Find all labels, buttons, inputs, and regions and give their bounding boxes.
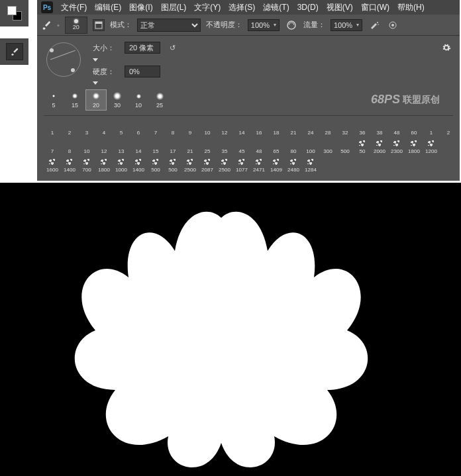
- brush-preset-4[interactable]: 4: [95, 119, 113, 137]
- brush-panel-toggle[interactable]: [93, 19, 105, 31]
- reset-size-icon[interactable]: ↺: [166, 41, 179, 54]
- brush-preset-1409[interactable]: 1409: [268, 156, 285, 174]
- menu-window[interactable]: 窗口(W): [361, 2, 389, 13]
- brush-preset-14[interactable]: 14: [233, 119, 250, 137]
- recent-brush-25[interactable]: 25: [150, 90, 170, 110]
- foreground-background-swatch[interactable]: [0, 0, 28, 26]
- brush-preset-18[interactable]: 18: [268, 119, 285, 137]
- airbrush-toggle[interactable]: [368, 19, 381, 32]
- brush-preset-1284[interactable]: 1284: [302, 156, 319, 174]
- recent-brush-20[interactable]: 20: [86, 90, 106, 110]
- brush-preset-10[interactable]: 10: [199, 119, 216, 137]
- blend-mode-select[interactable]: 正常: [137, 19, 201, 32]
- brush-preset-36[interactable]: 36: [354, 119, 371, 137]
- brush-preset-65[interactable]: 65: [268, 137, 285, 156]
- brush-preset-16[interactable]: 16: [250, 119, 268, 137]
- menu-type[interactable]: 文字(Y): [194, 2, 221, 13]
- brush-preset-grid: 1234567891012141618212428323638486012781…: [44, 119, 453, 174]
- recent-brush-10[interactable]: 10: [128, 90, 148, 110]
- brush-preset-500[interactable]: 500: [336, 137, 354, 156]
- brush-preset-5[interactable]: 5: [113, 119, 130, 137]
- brush-preset-28[interactable]: 28: [319, 119, 336, 137]
- brush-preset-48[interactable]: 48: [250, 137, 268, 156]
- brush-preset-700[interactable]: 700: [78, 156, 95, 174]
- brush-preset-2000[interactable]: 2000: [371, 137, 388, 156]
- brush-preset-35[interactable]: 35: [216, 137, 233, 156]
- size-field[interactable]: 20 像素: [125, 42, 160, 54]
- pressure-opacity-icon[interactable]: [285, 19, 298, 32]
- recent-brush-30[interactable]: 30: [107, 90, 127, 110]
- brush-preset-2471[interactable]: 2471: [250, 156, 268, 174]
- brush-preset-10[interactable]: 10: [78, 137, 95, 156]
- menu-file[interactable]: 文件(F): [61, 2, 87, 13]
- brush-preset-1400[interactable]: 1400: [130, 156, 147, 174]
- size-slider-handle[interactable]: [93, 58, 98, 62]
- flow-field[interactable]: 100%▾: [331, 19, 362, 31]
- brush-preset-2087[interactable]: 2087: [199, 156, 216, 174]
- brush-preset-2[interactable]: 2: [61, 119, 78, 137]
- brush-preset-500[interactable]: 500: [164, 156, 181, 174]
- brush-preset-picker[interactable]: 20: [65, 17, 87, 34]
- brush-preset-2300[interactable]: 2300: [388, 137, 405, 156]
- brush-angle-control[interactable]: [46, 42, 81, 77]
- brush-preset-8[interactable]: 8: [61, 137, 78, 156]
- menu-layer[interactable]: 图层(L): [161, 2, 187, 13]
- brush-preset-7[interactable]: 7: [44, 137, 61, 156]
- brush-preset-2500[interactable]: 2500: [216, 156, 233, 174]
- brush-preset-13[interactable]: 13: [113, 137, 130, 156]
- brush-preset-45[interactable]: 45: [233, 137, 250, 156]
- brush-preset-7[interactable]: 7: [147, 119, 164, 137]
- brush-preset-21[interactable]: 21: [181, 137, 199, 156]
- brush-preset-15[interactable]: 15: [147, 137, 164, 156]
- recent-brush-5[interactable]: 5: [44, 90, 64, 110]
- brush-preset-500[interactable]: 500: [147, 156, 164, 174]
- document-canvas[interactable]: [0, 183, 461, 476]
- menu-image[interactable]: 图像(I): [129, 2, 152, 13]
- brush-preset-9[interactable]: 9: [181, 119, 199, 137]
- brush-preset-100[interactable]: 100: [302, 137, 319, 156]
- pressure-size-icon[interactable]: [386, 19, 399, 32]
- hardness-field[interactable]: 0%: [125, 66, 160, 77]
- brush-preset-1[interactable]: 1: [423, 119, 440, 137]
- brush-preset-24[interactable]: 24: [302, 119, 319, 137]
- brush-preset-12[interactable]: 12: [216, 119, 233, 137]
- brush-preset-48[interactable]: 48: [388, 119, 405, 137]
- brush-preset-2480[interactable]: 2480: [285, 156, 302, 174]
- brush-preset-1077[interactable]: 1077: [233, 156, 250, 174]
- brush-preset-1600[interactable]: 1600: [44, 156, 61, 174]
- brush-tool-button[interactable]: [6, 43, 23, 60]
- brush-preset-38[interactable]: 38: [371, 119, 388, 137]
- brush-preset-25[interactable]: 25: [199, 137, 216, 156]
- foreground-color-swatch[interactable]: [7, 6, 17, 15]
- brush-preset-12[interactable]: 12: [95, 137, 113, 156]
- menu-select[interactable]: 选择(S): [229, 2, 255, 13]
- menu-edit[interactable]: 编辑(E): [95, 2, 121, 13]
- recent-brush-15[interactable]: 15: [65, 90, 85, 110]
- opacity-field[interactable]: 100%▾: [248, 19, 280, 31]
- brush-preset-1200[interactable]: 1200: [423, 137, 440, 156]
- brush-preset-2[interactable]: 2: [440, 119, 457, 137]
- brush-preset-1[interactable]: 1: [44, 119, 61, 137]
- brush-settings-gear[interactable]: [440, 41, 453, 54]
- brush-preset-1000[interactable]: 1000: [113, 156, 130, 174]
- brush-preset-1400[interactable]: 1400: [61, 156, 78, 174]
- brush-preset-300[interactable]: 300: [319, 137, 336, 156]
- menu-3d[interactable]: 3D(D): [297, 3, 319, 12]
- brush-preset-17[interactable]: 17: [164, 137, 181, 156]
- brush-preset-6[interactable]: 6: [130, 119, 147, 137]
- brush-preset-2500[interactable]: 2500: [181, 156, 199, 174]
- menu-help[interactable]: 帮助(H): [397, 2, 425, 13]
- hardness-slider-handle[interactable]: [93, 81, 98, 85]
- brush-preset-8[interactable]: 8: [164, 119, 181, 137]
- menu-view[interactable]: 视图(V): [327, 2, 353, 13]
- brush-preset-21[interactable]: 21: [285, 119, 302, 137]
- brush-preset-32[interactable]: 32: [336, 119, 354, 137]
- menu-filter[interactable]: 滤镜(T): [263, 2, 289, 13]
- brush-preset-3[interactable]: 3: [78, 119, 95, 137]
- brush-preset-60[interactable]: 60: [405, 119, 423, 137]
- brush-preset-50[interactable]: 50: [354, 137, 371, 156]
- brush-preset-14[interactable]: 14: [130, 137, 147, 156]
- brush-preset-80[interactable]: 80: [285, 137, 302, 156]
- brush-preset-1800[interactable]: 1800: [405, 137, 423, 156]
- brush-preset-1800[interactable]: 1800: [95, 156, 113, 174]
